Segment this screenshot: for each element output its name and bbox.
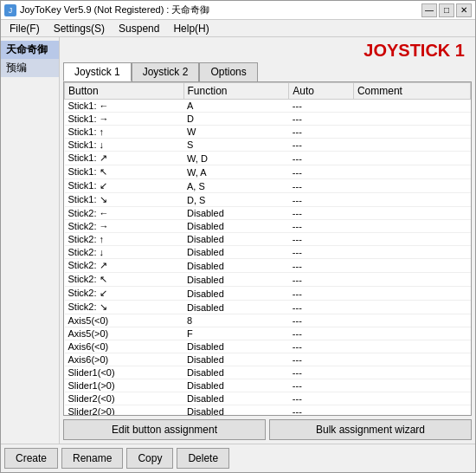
table-row[interactable]: Stick2: ↑Disabled--- [65,233,471,246]
table-row[interactable]: Axis5(>0)F--- [65,327,471,340]
table-cell-17-1: F [183,327,289,340]
table-cell-11-1: Disabled [183,246,289,259]
menu-bar: File(F) Settings(S) Suspend Help(H) [1,20,475,37]
tabs-row: Joystick 1 Joystick 2 Options [63,62,472,81]
table-cell-8-3 [353,207,470,220]
delete-button[interactable]: Delete [177,448,229,469]
table-cell-14-3 [353,287,470,301]
table-cell-9-3 [353,220,470,233]
table-cell-19-1: Disabled [183,353,289,366]
tab-joystick1[interactable]: Joystick 1 [63,62,132,81]
table-cell-22-3 [353,392,470,405]
table-row[interactable]: Stick2: ↗Disabled--- [65,259,471,273]
table-cell-20-2: --- [289,366,354,379]
menu-file[interactable]: File(F) [4,21,45,36]
table-row[interactable]: Stick2: ↓Disabled--- [65,246,471,259]
table-cell-12-0: Stick2: ↗ [65,259,184,273]
table-cell-4-2: --- [289,152,354,165]
table-cell-5-1: W, A [183,165,289,179]
table-cell-1-3 [353,113,470,126]
table-cell-19-0: Axis6(>0) [65,353,184,366]
table-row[interactable]: Stick1: ↖W, A--- [65,165,471,179]
table-row[interactable]: Axis6(>0)Disabled--- [65,353,471,366]
table-cell-15-3 [353,301,470,314]
table-cell-23-0: Slider2(>0) [65,405,184,417]
table-cell-22-0: Slider2(<0) [65,392,184,405]
close-button[interactable]: ✕ [456,3,472,17]
table-cell-23-3 [353,405,470,417]
col-auto: Auto [289,83,354,100]
table-cell-3-2: --- [289,139,354,152]
table-cell-14-0: Stick2: ↙ [65,287,184,301]
copy-button[interactable]: Copy [126,448,173,469]
table-cell-22-2: --- [289,392,354,405]
table-row[interactable]: Stick2: ↖Disabled--- [65,273,471,287]
create-button[interactable]: Create [4,448,58,469]
table-row[interactable]: Slider2(<0)Disabled--- [65,392,471,405]
table-cell-23-1: Disabled [183,405,289,417]
sidebar: 天命奇御 预编 [1,37,60,444]
table-row[interactable]: Stick1: ↑W--- [65,126,471,139]
table-header-row: Button Function Auto Comment [65,83,471,100]
menu-settings[interactable]: Settings(S) [48,21,110,36]
table-row[interactable]: Stick2: ↙Disabled--- [65,287,471,301]
table-cell-10-2: --- [289,233,354,246]
table-cell-19-2: --- [289,353,354,366]
table-row[interactable]: Axis6(<0)Disabled--- [65,340,471,353]
footer-row: Create Rename Copy Delete [1,444,475,472]
table-cell-15-1: Disabled [183,301,289,314]
table-cell-5-3 [353,165,470,179]
table-cell-12-2: --- [289,259,354,273]
menu-help[interactable]: Help(H) [168,21,214,36]
table-row[interactable]: Axis5(<0)8--- [65,314,471,327]
table-row[interactable]: Slider1(>0)Disabled--- [65,379,471,392]
table-cell-2-0: Stick1: ↑ [65,126,184,139]
table-row[interactable]: Stick2: ←Disabled--- [65,207,471,220]
table-row[interactable]: Stick2: ↘Disabled--- [65,301,471,314]
table-cell-18-0: Axis6(<0) [65,340,184,353]
table-cell-7-0: Stick1: ↘ [65,193,184,207]
table-row[interactable]: Stick2: →Disabled--- [65,220,471,233]
sidebar-item-preview[interactable]: 预编 [1,59,59,77]
table-cell-16-1: 8 [183,314,289,327]
col-function: Function [183,83,289,100]
maximize-button[interactable]: □ [439,3,454,17]
table-row[interactable]: Stick1: ↙A, S--- [65,179,471,193]
assignment-table: Button Function Auto Comment Stick1: ←A-… [64,82,471,416]
table-row[interactable]: Stick1: ↘D, S--- [65,193,471,207]
tab-options[interactable]: Options [199,62,257,81]
table-cell-17-3 [353,327,470,340]
table-cell-4-1: W, D [183,152,289,165]
table-cell-10-1: Disabled [183,233,289,246]
rename-button[interactable]: Rename [61,448,123,469]
table-cell-13-2: --- [289,273,354,287]
table-cell-18-2: --- [289,340,354,353]
table-cell-7-2: --- [289,193,354,207]
edit-assignment-button[interactable]: Edit button assignment [63,419,266,440]
table-row[interactable]: Stick1: ↗W, D--- [65,152,471,165]
table-row[interactable]: Slider1(<0)Disabled--- [65,366,471,379]
minimize-button[interactable]: — [421,3,437,17]
table-cell-15-2: --- [289,301,354,314]
menu-suspend[interactable]: Suspend [113,21,164,36]
table-cell-7-1: D, S [183,193,289,207]
table-cell-21-3 [353,379,470,392]
table-row[interactable]: Stick1: ↓S--- [65,139,471,152]
table-row[interactable]: Stick1: ←A--- [65,100,471,113]
table-cell-6-2: --- [289,179,354,193]
sidebar-header: 天命奇御 [1,41,59,59]
table-cell-17-0: Axis5(>0) [65,327,184,340]
table-cell-1-1: D [183,113,289,126]
bulk-assignment-button[interactable]: Bulk assignment wizard [269,419,472,440]
main-content: 天命奇御 预编 JOYSTICK 1 Joystick 1 Joystick 2… [1,37,475,444]
table-cell-8-2: --- [289,207,354,220]
table-row[interactable]: Stick1: →D--- [65,113,471,126]
tab-joystick2[interactable]: Joystick 2 [132,62,200,81]
table-row[interactable]: Slider2(>0)Disabled--- [65,405,471,417]
table-cell-3-0: Stick1: ↓ [65,139,184,152]
window-title: JoyToKey Ver5.9 (Not Registered) : 天命奇御 [20,3,209,16]
table-cell-6-3 [353,179,470,193]
table-cell-13-1: Disabled [183,273,289,287]
bottom-buttons-row: Edit button assignment Bulk assignment w… [63,416,472,440]
table-cell-2-2: --- [289,126,354,139]
